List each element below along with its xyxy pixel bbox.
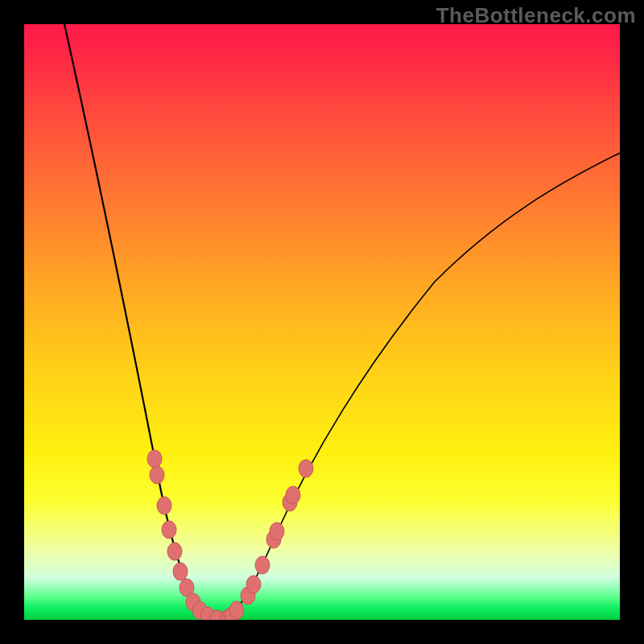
data-dot bbox=[167, 543, 182, 560]
watermark-text: TheBottleneck.com bbox=[436, 3, 636, 28]
curve-right-branch bbox=[221, 153, 620, 620]
data-dot bbox=[157, 497, 171, 514]
curve-layer bbox=[24, 24, 620, 620]
data-dot bbox=[150, 466, 164, 484]
data-dot bbox=[270, 522, 284, 540]
plot-area bbox=[24, 24, 620, 620]
curve-left-branch bbox=[64, 24, 221, 620]
data-dot bbox=[246, 576, 261, 593]
data-dot bbox=[255, 556, 270, 574]
data-dot bbox=[173, 563, 188, 580]
data-dot bbox=[162, 521, 176, 539]
data-dot bbox=[147, 450, 162, 468]
data-dot bbox=[286, 486, 300, 504]
data-dot bbox=[229, 601, 244, 619]
data-dot bbox=[299, 460, 313, 477]
dot-group bbox=[147, 450, 313, 620]
chart-frame: TheBottleneck.com bbox=[0, 0, 644, 644]
